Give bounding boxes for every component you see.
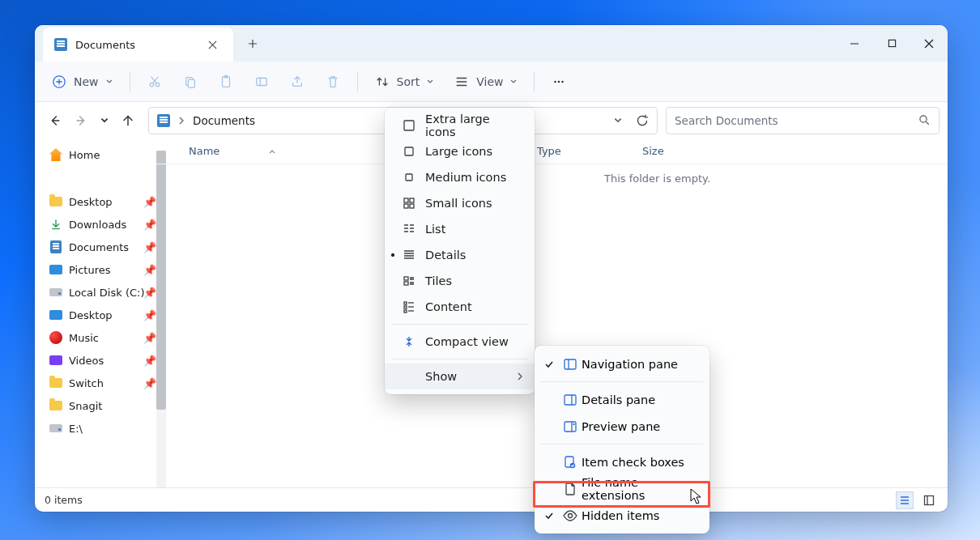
share-button[interactable] [281, 67, 313, 96]
menu-item-extra-large-icons[interactable]: Extra large icons [385, 113, 535, 138]
sub-item-navigation-pane[interactable]: Navigation pane [535, 351, 709, 377]
extra-large-icons-icon [401, 119, 417, 132]
menu-item-label: Tiles [425, 274, 452, 287]
sidebar-item-local-disk-c[interactable]: Local Disk (C:)📌 [35, 281, 156, 304]
preview-pane-icon [562, 421, 578, 432]
refresh-button[interactable] [636, 114, 649, 127]
sidebar-item-pictures[interactable]: Pictures📌 [35, 258, 156, 281]
forward-button[interactable] [74, 113, 88, 128]
svg-point-2 [150, 83, 154, 87]
item-count: 0 items [45, 494, 83, 506]
chevron-down-icon [100, 116, 109, 125]
back-button[interactable] [48, 113, 62, 128]
mouse-cursor [690, 488, 703, 506]
sidebar-item-label: Documents [69, 241, 129, 253]
svg-rect-20 [410, 204, 414, 208]
folder-icon [49, 399, 62, 412]
menu-item-tiles[interactable]: Tiles [385, 268, 535, 294]
menu-item-label: Small icons [425, 197, 492, 210]
pictures-icon [49, 263, 62, 276]
menu-item-list[interactable]: List [385, 216, 535, 242]
close-window-button[interactable] [910, 25, 948, 62]
navigation-pane-icon [562, 359, 578, 370]
pin-icon: 📌 [143, 332, 156, 344]
paste-icon [218, 74, 234, 90]
sidebar-item-desktop2[interactable]: Desktop📌 [35, 304, 156, 326]
view-label: View [476, 75, 503, 88]
menu-separator [391, 324, 528, 325]
folder-icon [49, 376, 62, 389]
sidebar-item-videos[interactable]: Videos📌 [35, 349, 156, 372]
svg-rect-23 [404, 302, 407, 304]
sidebar-item-drive-e[interactable]: E:\ [35, 417, 156, 440]
column-label: Size [642, 145, 664, 157]
medium-icons-icon [401, 171, 417, 184]
documents-icon [54, 38, 67, 51]
menu-item-compact-view[interactable]: Compact view [385, 329, 535, 355]
menu-item-small-icons[interactable]: Small icons [385, 190, 535, 216]
ellipsis-icon [551, 74, 567, 90]
view-button[interactable]: View [445, 67, 526, 96]
sidebar-item-label: Pictures [69, 264, 110, 276]
minimize-button[interactable] [836, 25, 873, 62]
sidebar-item-snagit[interactable]: Snagit [35, 394, 156, 417]
delete-button[interactable] [317, 67, 349, 96]
svg-rect-24 [404, 306, 407, 308]
rename-button[interactable] [245, 67, 278, 96]
address-dropdown-button[interactable] [613, 116, 623, 125]
tab-documents[interactable]: Documents [43, 28, 233, 62]
rename-icon [254, 74, 270, 90]
column-headers: Name Date modified Type Size [156, 138, 948, 164]
sidebar-item-documents[interactable]: Documents📌 [35, 236, 156, 258]
sidebar-item-downloads[interactable]: Downloads📌 [35, 213, 156, 236]
sidebar-item-switch[interactable]: Switch📌 [35, 372, 156, 394]
sidebar-item-music[interactable]: Music📌 [35, 326, 156, 349]
sub-item-details-pane[interactable]: Details pane [535, 386, 709, 413]
sort-label: Sort [397, 75, 420, 88]
breadcrumb-current[interactable]: Documents [193, 114, 255, 127]
svg-rect-27 [565, 395, 576, 405]
sidebar-item-label: Music [69, 332, 99, 344]
menu-item-details[interactable]: •Details [385, 242, 535, 268]
sub-item-item-check-boxes[interactable]: Item check boxes [535, 449, 709, 475]
menu-item-label: Large icons [425, 145, 492, 158]
menu-item-content[interactable]: Content [385, 294, 535, 320]
copy-button[interactable] [174, 67, 207, 96]
sidebar-item-desktop[interactable]: Desktop📌 [35, 190, 156, 213]
sidebar-item-label: Videos [69, 355, 104, 367]
maximize-button[interactable] [873, 25, 910, 62]
menu-item-show[interactable]: Show [385, 364, 535, 389]
menu-separator [541, 444, 703, 444]
pin-icon: 📌 [143, 377, 156, 389]
sub-item-preview-pane[interactable]: Preview pane [535, 413, 709, 440]
details-view-toggle[interactable] [896, 491, 914, 509]
menu-item-large-icons[interactable]: Large icons [385, 138, 535, 164]
svg-rect-13 [925, 495, 934, 504]
column-size[interactable]: Size [642, 145, 723, 157]
sidebar-item-home[interactable]: Home [35, 147, 156, 166]
copy-icon [182, 74, 198, 90]
plus-icon [248, 39, 258, 49]
empty-folder-text: This folder is empty. [156, 164, 948, 185]
tab-close-button[interactable] [201, 33, 224, 56]
new-tab-button[interactable] [236, 25, 269, 62]
sort-button[interactable]: Sort [366, 67, 443, 96]
more-button[interactable] [543, 67, 575, 96]
new-button[interactable]: New [43, 67, 121, 96]
pin-icon: 📌 [143, 309, 156, 321]
recent-button[interactable] [100, 116, 109, 125]
large-icons-icon [401, 145, 417, 158]
home-icon [49, 148, 62, 161]
paste-button[interactable] [210, 67, 242, 96]
cut-button[interactable] [138, 67, 171, 96]
details-icon [401, 249, 417, 261]
pin-icon: 📌 [143, 355, 156, 367]
column-type[interactable]: Type [537, 145, 642, 157]
thumbnails-view-toggle[interactable] [920, 491, 938, 509]
menu-item-medium-icons[interactable]: Medium icons [385, 164, 535, 190]
sub-item-label: Details pane [582, 393, 655, 406]
up-button[interactable] [121, 113, 135, 128]
annotation-highlight [533, 481, 710, 508]
search-box[interactable]: Search Documents [666, 107, 940, 134]
sidebar-item-label: Home [69, 149, 100, 161]
